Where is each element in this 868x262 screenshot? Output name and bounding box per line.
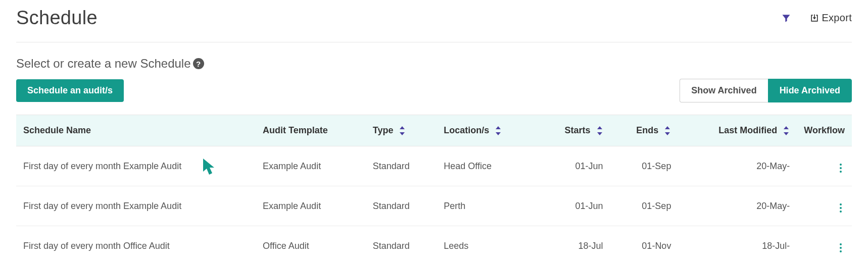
cell-locations: Head Office [437,146,537,186]
col-starts[interactable]: Starts [537,115,610,146]
cell-audit-template: Example Audit [256,186,366,226]
cell-locations: Perth [437,186,537,226]
row-menu-icon[interactable] [837,162,845,175]
page-title: Schedule [16,7,98,29]
show-archived-button[interactable]: Show Archived [680,79,767,102]
col-label: Workflow [804,125,845,135]
archived-toggle: Show Archived Hide Archived [680,79,852,102]
cell-last-modified: 20-May- [678,186,797,226]
table-row[interactable]: First day of every month Example Audit E… [16,186,852,226]
col-label: Location/s [444,125,489,135]
col-label: Ends [636,125,658,135]
cell-audit-template: Office Audit [256,226,366,263]
cell-schedule-name: First day of every month Office Audit [16,226,256,263]
cell-ends: 01-Sep [610,186,679,226]
cell-type: Standard [366,226,437,263]
table-row[interactable]: First day of every month Example Audit E… [16,146,852,186]
col-type[interactable]: Type [366,115,437,146]
hide-archived-button[interactable]: Hide Archived [768,79,852,102]
help-icon[interactable]: ? [193,58,204,69]
row-menu-icon[interactable] [837,201,845,215]
cell-type: Standard [366,146,437,186]
filter-icon[interactable] [781,13,791,23]
col-label: Schedule Name [23,125,91,135]
export-icon [809,13,819,23]
col-audit-template[interactable]: Audit Template [256,115,366,146]
sort-icon [399,126,406,135]
sort-icon [495,126,502,135]
col-last-modified[interactable]: Last Modified [678,115,797,146]
col-label: Last Modified [718,125,777,135]
cell-starts: 18-Jul [537,226,610,263]
col-schedule-name[interactable]: Schedule Name [16,115,256,146]
cell-schedule-name: First day of every month Example Audit [16,186,256,226]
cell-ends: 01-Nov [610,226,679,263]
export-button[interactable]: Export [809,12,852,24]
export-label: Export [822,12,852,24]
col-label: Starts [565,125,591,135]
divider [16,42,852,42]
col-locations[interactable]: Location/s [437,115,537,146]
sort-icon [596,126,603,135]
cell-starts: 01-Jun [537,146,610,186]
row-menu-icon[interactable] [837,241,845,254]
col-ends[interactable]: Ends [610,115,679,146]
col-label: Audit Template [263,125,328,135]
cell-audit-template: Example Audit [256,146,366,186]
col-workflow: Workflow [797,115,852,146]
cell-last-modified: 20-May- [678,146,797,186]
cell-starts: 01-Jun [537,186,610,226]
schedule-audit-button[interactable]: Schedule an audit/s [16,79,124,102]
cell-type: Standard [366,186,437,226]
cell-ends: 01-Sep [610,146,679,186]
cell-schedule-name: First day of every month Example Audit [16,146,256,186]
table-row[interactable]: First day of every month Office Audit Of… [16,226,852,263]
schedule-table: Schedule Name Audit Template Type Locati… [16,115,852,262]
col-label: Type [373,125,394,135]
sort-icon [783,126,790,135]
cell-locations: Leeds [437,226,537,263]
subheading: Select or create a new Schedule [16,57,191,71]
cell-last-modified: 18-Jul- [678,226,797,263]
sort-icon [664,126,671,135]
